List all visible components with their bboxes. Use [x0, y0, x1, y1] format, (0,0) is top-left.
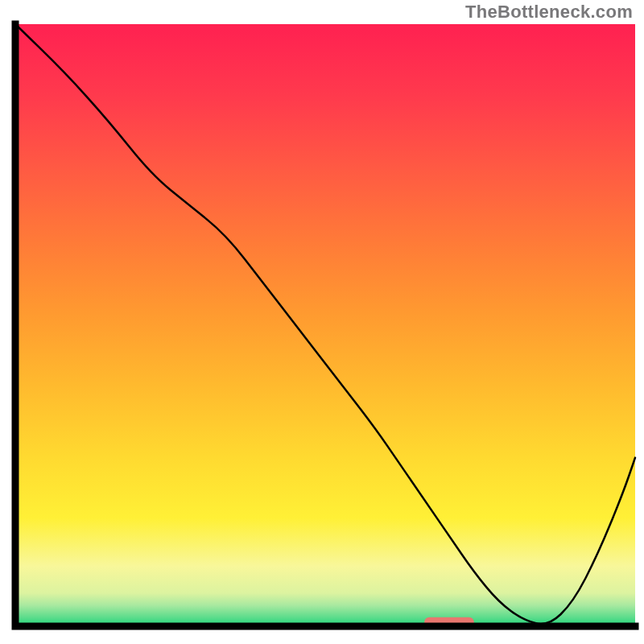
watermark-text: TheBottleneck.com [465, 2, 633, 23]
plot-background [15, 24, 635, 626]
bottleneck-chart [0, 0, 644, 644]
